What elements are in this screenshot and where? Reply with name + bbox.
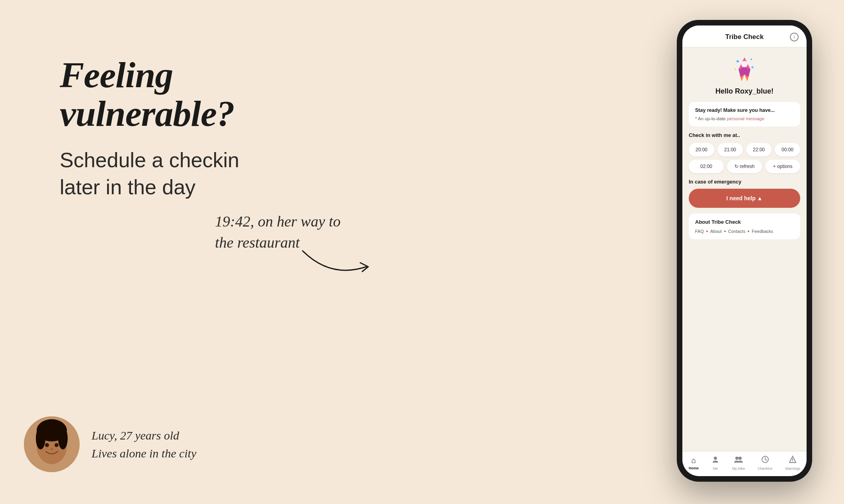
app-content: Hello Roxy_blue! Stay ready! Make sure y… xyxy=(682,47,807,451)
nav-my-tribe[interactable]: My tribe xyxy=(732,455,745,471)
user-description: Lives alone in the city xyxy=(92,444,196,462)
dot-3 xyxy=(748,231,749,232)
card-sub: * An up-to-date personal message xyxy=(695,116,794,121)
about-link-feedbacks[interactable]: Feedbacks xyxy=(752,229,773,234)
user-name: Lucy, 27 years old xyxy=(92,426,196,444)
bottom-nav: ⌂ Home Me My tribe xyxy=(682,451,807,476)
svg-point-5 xyxy=(45,443,49,447)
checkins-icon xyxy=(761,455,769,465)
time-btn-2100[interactable]: 21:00 xyxy=(717,143,743,156)
about-link-faq[interactable]: FAQ xyxy=(695,229,704,234)
time-btn-2000[interactable]: 20:00 xyxy=(689,143,714,156)
options-button[interactable]: + options xyxy=(765,160,800,173)
nav-me-label: Me xyxy=(713,467,718,471)
checkin-section: Check in with me at.. 20:00 21:00 22:00 … xyxy=(689,132,800,173)
svg-line-22 xyxy=(765,459,767,461)
checkin-label: Check in with me at.. xyxy=(689,132,800,138)
mascot-icon xyxy=(731,55,758,83)
svg-point-14 xyxy=(750,59,752,60)
svg-point-18 xyxy=(735,457,738,460)
avatar xyxy=(24,416,80,472)
info-button[interactable]: i xyxy=(790,33,799,41)
nav-tribe-label: My tribe xyxy=(732,467,745,471)
about-card: About Tribe Check FAQ About Contacts Fee… xyxy=(689,213,800,239)
phone-screen: Tribe Check i xyxy=(682,25,807,476)
subheadline: Schedule a checkin later in the day xyxy=(60,147,338,201)
home-icon: ⌂ xyxy=(692,456,696,465)
subheadline-line2: later in the day xyxy=(60,176,195,199)
svg-point-6 xyxy=(55,443,59,447)
nav-checkins-label: Checkins xyxy=(758,467,772,471)
svg-point-13 xyxy=(737,60,739,63)
greeting-text: Hello Roxy_blue! xyxy=(715,87,774,96)
phone-container: Tribe Check i xyxy=(677,20,812,482)
svg-point-16 xyxy=(735,68,736,70)
me-icon xyxy=(711,455,719,465)
personal-message-link[interactable]: personal message xyxy=(727,116,764,121)
svg-point-25 xyxy=(792,461,793,462)
about-link-contacts[interactable]: Contacts xyxy=(728,229,745,234)
action-row: 02:00 ↻ refresh + options xyxy=(689,160,800,173)
time-grid: 20:00 21:00 22:00 00:00 xyxy=(689,143,800,156)
svg-point-10 xyxy=(741,61,748,67)
timestamp-line2: the restaurant xyxy=(215,234,300,251)
svg-point-19 xyxy=(738,457,742,460)
left-content: Feeling vulnerable? Schedule a checkin l… xyxy=(60,56,338,201)
nav-me[interactable]: Me xyxy=(711,455,719,471)
emergency-button[interactable]: I need help ▲ xyxy=(689,189,800,208)
refresh-button[interactable]: ↻ refresh xyxy=(727,160,762,173)
nav-checkins[interactable]: Checkins xyxy=(758,455,772,471)
nav-home[interactable]: ⌂ Home xyxy=(689,456,699,470)
svg-point-15 xyxy=(752,66,754,68)
time-btn-2200[interactable]: 22:00 xyxy=(746,143,772,156)
headline: Feeling vulnerable? xyxy=(60,56,338,133)
svg-point-17 xyxy=(714,457,717,460)
svg-point-3 xyxy=(36,427,45,449)
user-info: Lucy, 27 years old Lives alone in the ci… xyxy=(92,426,196,462)
svg-point-4 xyxy=(58,427,68,449)
subheadline-line1: Schedule a checkin xyxy=(60,148,239,172)
app-title: Tribe Check xyxy=(725,33,764,41)
warnings-icon xyxy=(789,455,797,465)
svg-point-7 xyxy=(50,448,53,450)
mascot-area: Hello Roxy_blue! xyxy=(689,55,800,96)
time-btn-0000[interactable]: 00:00 xyxy=(775,143,800,156)
phone-outer: Tribe Check i xyxy=(677,20,812,482)
emergency-btn-text: I need help ▲ xyxy=(727,195,763,201)
dot-1 xyxy=(706,231,708,232)
dot-2 xyxy=(724,231,726,232)
nav-warnings-label: Warnings xyxy=(785,467,800,471)
card-heading: Stay ready! Make sure you have... xyxy=(695,107,794,113)
app-header: Tribe Check i xyxy=(682,25,807,47)
nav-home-label: Home xyxy=(689,466,699,470)
stay-ready-card: Stay ready! Make sure you have... * An u… xyxy=(689,102,800,127)
about-link-about[interactable]: About xyxy=(710,229,722,234)
time-btn-0200[interactable]: 02:00 xyxy=(689,160,724,173)
tribe-icon xyxy=(734,455,743,465)
about-title: About Tribe Check xyxy=(695,219,794,225)
user-profile: Lucy, 27 years old Lives alone in the ci… xyxy=(24,416,196,472)
about-links: FAQ About Contacts Feedbacks xyxy=(695,229,794,234)
emergency-label: In case of emergency xyxy=(689,179,800,185)
arrow-icon xyxy=(299,243,378,283)
nav-warnings[interactable]: Warnings xyxy=(785,455,800,471)
timestamp-line1: 19:42, on her way to xyxy=(215,213,341,230)
card-bullet: * An up-to-date xyxy=(695,116,726,121)
emergency-section: In case of emergency I need help ▲ xyxy=(689,179,800,208)
